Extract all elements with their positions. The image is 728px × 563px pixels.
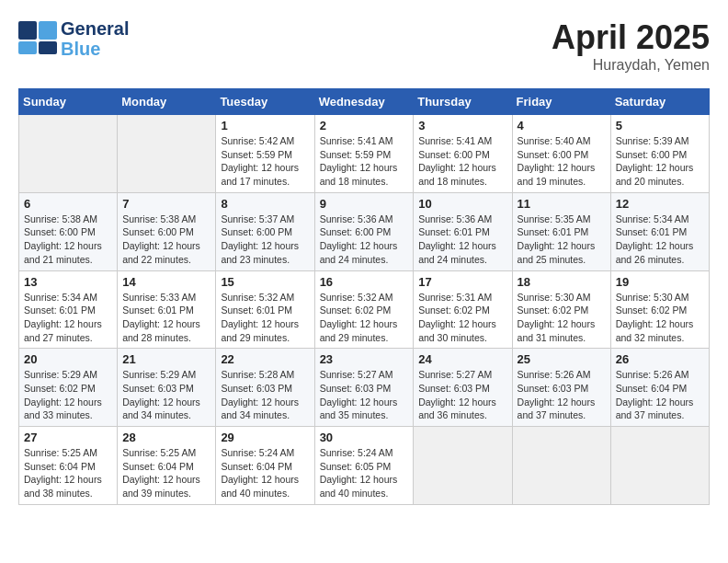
day-number: 16 xyxy=(320,275,409,289)
calendar-cell: 22Sunrise: 5:28 AMSunset: 6:03 PMDayligh… xyxy=(216,349,314,427)
day-info: Sunrise: 5:40 AMSunset: 6:00 PMDaylight:… xyxy=(518,134,606,189)
calendar-cell: 8Sunrise: 5:37 AMSunset: 6:00 PMDaylight… xyxy=(216,192,314,270)
month-title: April 2025 xyxy=(552,18,710,57)
day-number: 19 xyxy=(616,275,704,289)
calendar-cell: 1Sunrise: 5:42 AMSunset: 5:59 PMDaylight… xyxy=(216,115,314,193)
calendar-cell: 26Sunrise: 5:26 AMSunset: 6:04 PMDayligh… xyxy=(610,349,709,427)
calendar-table: SundayMondayTuesdayWednesdayThursdayFrid… xyxy=(18,88,710,505)
day-info: Sunrise: 5:29 AMSunset: 6:03 PMDaylight:… xyxy=(122,368,210,422)
logo: General Blue xyxy=(18,18,129,59)
calendar-cell xyxy=(414,427,512,505)
day-number: 10 xyxy=(418,197,506,211)
calendar-cell: 7Sunrise: 5:38 AMSunset: 6:00 PMDaylight… xyxy=(118,192,216,270)
day-info: Sunrise: 5:25 AMSunset: 6:04 PMDaylight:… xyxy=(122,446,210,500)
day-number: 29 xyxy=(221,431,309,444)
svg-rect-0 xyxy=(18,21,37,40)
calendar-cell: 23Sunrise: 5:27 AMSunset: 6:03 PMDayligh… xyxy=(314,349,414,427)
location-title: Huraydah, Yemen xyxy=(552,57,710,74)
calendar-cell: 15Sunrise: 5:32 AMSunset: 6:01 PMDayligh… xyxy=(216,270,314,349)
day-number: 18 xyxy=(518,275,606,289)
column-header-saturday: Saturday xyxy=(610,89,709,115)
day-number: 24 xyxy=(418,352,506,366)
title-block: April 2025 Huraydah, Yemen xyxy=(552,18,710,74)
column-header-tuesday: Tuesday xyxy=(216,89,314,115)
day-number: 26 xyxy=(616,352,704,366)
logo-text-general: General xyxy=(61,18,129,39)
day-info: Sunrise: 5:41 AMSunset: 5:59 PMDaylight:… xyxy=(320,134,409,189)
calendar-cell: 2Sunrise: 5:41 AMSunset: 5:59 PMDaylight… xyxy=(314,115,414,193)
calendar-cell: 18Sunrise: 5:30 AMSunset: 6:02 PMDayligh… xyxy=(512,270,610,349)
day-number: 3 xyxy=(418,119,506,132)
calendar-week-2: 6Sunrise: 5:38 AMSunset: 6:00 PMDaylight… xyxy=(19,192,710,270)
column-header-monday: Monday xyxy=(118,89,216,115)
day-number: 1 xyxy=(221,119,309,132)
calendar-cell xyxy=(610,427,709,505)
day-info: Sunrise: 5:36 AMSunset: 6:01 PMDaylight:… xyxy=(418,213,506,267)
calendar-cell: 29Sunrise: 5:24 AMSunset: 6:04 PMDayligh… xyxy=(216,427,314,505)
column-header-wednesday: Wednesday xyxy=(314,89,414,115)
calendar-cell: 27Sunrise: 5:25 AMSunset: 6:04 PMDayligh… xyxy=(19,427,118,505)
calendar-week-4: 20Sunrise: 5:29 AMSunset: 6:02 PMDayligh… xyxy=(19,349,710,427)
calendar-cell: 16Sunrise: 5:32 AMSunset: 6:02 PMDayligh… xyxy=(314,270,414,349)
calendar-cell: 25Sunrise: 5:26 AMSunset: 6:03 PMDayligh… xyxy=(512,349,610,427)
day-info: Sunrise: 5:24 AMSunset: 6:05 PMDaylight:… xyxy=(320,446,409,500)
calendar-cell: 12Sunrise: 5:34 AMSunset: 6:01 PMDayligh… xyxy=(610,192,709,270)
day-number: 23 xyxy=(320,352,409,366)
day-info: Sunrise: 5:42 AMSunset: 5:59 PMDaylight:… xyxy=(221,134,309,189)
day-number: 17 xyxy=(418,275,506,289)
day-info: Sunrise: 5:39 AMSunset: 6:00 PMDaylight:… xyxy=(616,134,704,189)
calendar-week-3: 13Sunrise: 5:34 AMSunset: 6:01 PMDayligh… xyxy=(19,270,710,349)
calendar-cell: 20Sunrise: 5:29 AMSunset: 6:02 PMDayligh… xyxy=(19,349,118,427)
day-info: Sunrise: 5:26 AMSunset: 6:03 PMDaylight:… xyxy=(518,368,606,422)
column-header-friday: Friday xyxy=(512,89,610,115)
calendar-cell: 13Sunrise: 5:34 AMSunset: 6:01 PMDayligh… xyxy=(19,270,118,349)
day-info: Sunrise: 5:35 AMSunset: 6:01 PMDaylight:… xyxy=(518,213,606,267)
day-number: 9 xyxy=(320,197,409,211)
calendar-cell: 21Sunrise: 5:29 AMSunset: 6:03 PMDayligh… xyxy=(118,349,216,427)
day-number: 30 xyxy=(320,431,409,444)
day-number: 15 xyxy=(221,275,309,289)
calendar-cell: 10Sunrise: 5:36 AMSunset: 6:01 PMDayligh… xyxy=(414,192,512,270)
svg-rect-2 xyxy=(18,41,37,54)
calendar-cell: 5Sunrise: 5:39 AMSunset: 6:00 PMDaylight… xyxy=(610,115,709,193)
calendar-cell: 4Sunrise: 5:40 AMSunset: 6:00 PMDaylight… xyxy=(512,115,610,193)
svg-rect-3 xyxy=(39,41,57,54)
day-info: Sunrise: 5:33 AMSunset: 6:01 PMDaylight:… xyxy=(122,291,210,345)
day-number: 12 xyxy=(616,197,704,211)
day-info: Sunrise: 5:26 AMSunset: 6:04 PMDaylight:… xyxy=(616,368,704,422)
day-number: 14 xyxy=(122,275,210,289)
day-number: 5 xyxy=(616,119,704,132)
calendar-cell: 6Sunrise: 5:38 AMSunset: 6:00 PMDaylight… xyxy=(19,192,118,270)
column-header-sunday: Sunday xyxy=(19,89,118,115)
calendar-cell: 24Sunrise: 5:27 AMSunset: 6:03 PMDayligh… xyxy=(414,349,512,427)
day-number: 27 xyxy=(24,431,112,444)
day-info: Sunrise: 5:27 AMSunset: 6:03 PMDaylight:… xyxy=(320,368,409,422)
day-number: 7 xyxy=(122,197,210,211)
day-info: Sunrise: 5:31 AMSunset: 6:02 PMDaylight:… xyxy=(418,291,506,345)
day-info: Sunrise: 5:38 AMSunset: 6:00 PMDaylight:… xyxy=(24,213,112,267)
day-info: Sunrise: 5:37 AMSunset: 6:00 PMDaylight:… xyxy=(221,213,309,267)
page-header: General Blue April 2025 Huraydah, Yemen xyxy=(18,18,710,74)
day-number: 11 xyxy=(518,197,606,211)
day-info: Sunrise: 5:41 AMSunset: 6:00 PMDaylight:… xyxy=(418,134,506,189)
day-number: 25 xyxy=(518,352,606,366)
calendar-cell xyxy=(118,115,216,193)
calendar-cell xyxy=(512,427,610,505)
day-info: Sunrise: 5:27 AMSunset: 6:03 PMDaylight:… xyxy=(418,368,506,422)
calendar-cell: 14Sunrise: 5:33 AMSunset: 6:01 PMDayligh… xyxy=(118,270,216,349)
header-row: SundayMondayTuesdayWednesdayThursdayFrid… xyxy=(19,89,710,115)
logo-icon xyxy=(18,21,59,56)
calendar-week-1: 1Sunrise: 5:42 AMSunset: 5:59 PMDaylight… xyxy=(19,115,710,193)
calendar-week-5: 27Sunrise: 5:25 AMSunset: 6:04 PMDayligh… xyxy=(19,427,710,505)
day-info: Sunrise: 5:28 AMSunset: 6:03 PMDaylight:… xyxy=(221,368,309,422)
day-number: 22 xyxy=(221,352,309,366)
calendar-cell: 11Sunrise: 5:35 AMSunset: 6:01 PMDayligh… xyxy=(512,192,610,270)
day-info: Sunrise: 5:32 AMSunset: 6:02 PMDaylight:… xyxy=(320,291,409,345)
day-info: Sunrise: 5:38 AMSunset: 6:00 PMDaylight:… xyxy=(122,213,210,267)
day-info: Sunrise: 5:34 AMSunset: 6:01 PMDaylight:… xyxy=(24,291,112,345)
calendar-cell: 3Sunrise: 5:41 AMSunset: 6:00 PMDaylight… xyxy=(414,115,512,193)
day-info: Sunrise: 5:36 AMSunset: 6:00 PMDaylight:… xyxy=(320,213,409,267)
calendar-cell: 17Sunrise: 5:31 AMSunset: 6:02 PMDayligh… xyxy=(414,270,512,349)
calendar-cell: 30Sunrise: 5:24 AMSunset: 6:05 PMDayligh… xyxy=(314,427,414,505)
day-number: 20 xyxy=(24,352,112,366)
